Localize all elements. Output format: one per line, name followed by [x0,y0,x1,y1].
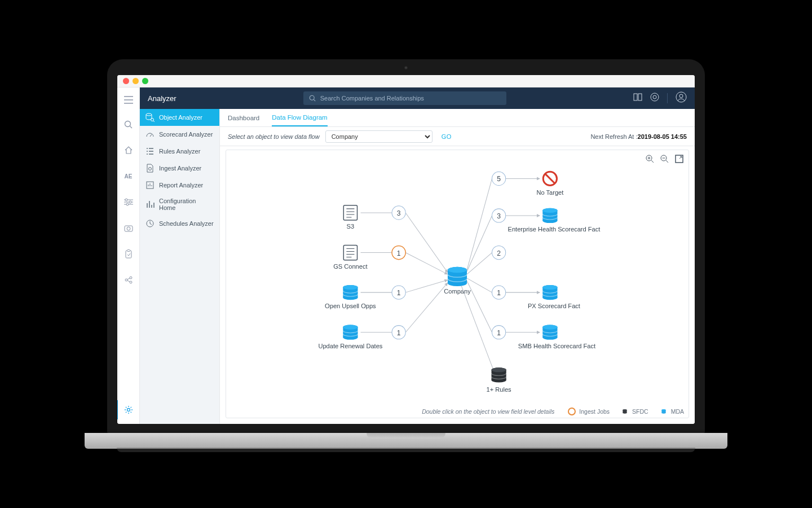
content: Dashboard Data Flow Diagram Select an ob… [220,109,695,424]
canvas[interactable]: Company [226,150,689,418]
divider [667,93,668,103]
mac-titlebar [117,75,695,87]
search-input[interactable] [320,95,501,102]
svg-point-10 [130,277,132,279]
svg-line-29 [651,160,654,163]
node-s3[interactable]: S3 [343,205,357,230]
side-item-rules-analyzer[interactable]: Rules Analyzer [140,143,219,160]
svg-point-11 [130,281,132,283]
zoom-in-icon[interactable] [645,154,655,164]
settings-icon[interactable] [117,400,139,419]
ring-icon [568,408,576,415]
side-panel: Object Analyzer Scorecard Analyzer Rules… [140,109,220,424]
node-rules[interactable]: 1+ Rules [487,367,511,392]
clipboard-icon[interactable] [117,244,140,264]
svg-rect-8 [127,250,130,252]
svg-text:Update Renewal Dates: Update Renewal Dates [318,343,382,349]
legend: Ingest Jobs SFDC MDA [568,408,684,415]
svg-text:1: 1 [497,289,501,297]
expand-icon[interactable] [674,154,684,164]
share-icon[interactable] [117,270,140,290]
main-column: Analyzer [140,87,695,424]
sliders-icon[interactable] [117,192,140,212]
avatar-icon[interactable] [676,91,687,105]
svg-point-9 [125,279,127,281]
side-item-report-analyzer[interactable]: Report Analyzer [140,177,219,194]
side-item-object-analyzer[interactable]: Object Analyzer [140,109,219,126]
help-icon[interactable] [650,93,659,104]
minimize-window-icon[interactable] [133,78,139,84]
svg-text:1: 1 [397,289,401,297]
svg-point-3 [129,201,131,203]
svg-text:3: 3 [397,209,401,217]
svg-point-12 [127,409,130,411]
svg-point-20 [679,94,683,98]
close-window-icon[interactable] [123,78,129,84]
book-icon[interactable] [633,93,642,104]
svg-line-63 [467,281,492,332]
node-px-scorecard[interactable]: PX Scorecard Fact [528,285,580,309]
tab-dashboard[interactable]: Dashboard [228,109,259,126]
search-box[interactable] [303,91,506,105]
badge: 3 [492,209,506,222]
filter-label: Select an object to view data flow [228,133,320,140]
svg-text:No Target: No Target [536,189,563,196]
clock-icon [145,219,155,228]
database-blue-icon [660,408,668,415]
side-item-schedules-analyzer[interactable]: Schedules Analyzer [140,215,219,232]
page-title: Analyzer [148,94,176,103]
gauge-icon [145,130,155,139]
tab-dataflow[interactable]: Data Flow Diagram [272,109,327,126]
screen: AE [117,75,695,424]
svg-line-23 [153,121,155,122]
svg-point-19 [676,92,686,102]
node-update-renewal[interactable]: Update Renewal Dates [318,325,382,349]
maximize-window-icon[interactable] [142,78,148,84]
object-select[interactable]: Company [325,130,433,143]
node-open-upsell[interactable]: Open Upsell Opps [325,285,376,309]
legend-ingest: Ingest Jobs [568,408,610,415]
svg-text:1: 1 [497,329,501,337]
svg-point-18 [653,95,656,99]
list-icon [145,147,155,156]
home-icon[interactable] [117,141,140,160]
zoom-out-icon[interactable] [659,154,669,164]
svg-point-22 [151,119,154,121]
svg-line-31 [666,160,668,163]
side-item-scorecard-analyzer[interactable]: Scorecard Analyzer [140,126,219,143]
node-gs-connect[interactable]: GS Connect [333,245,367,269]
badge: 1 [392,326,405,339]
ae-icon[interactable]: AE [117,167,140,186]
node-enterprise-health[interactable]: Enterprise Health Scorecard Fact [508,208,601,233]
database-search-icon [145,113,155,122]
go-button[interactable]: GO [438,133,455,140]
svg-rect-16 [638,94,642,100]
svg-text:5: 5 [497,175,501,183]
svg-point-4 [126,203,129,205]
badge: 1 [492,286,506,299]
canvas-hint: Double click on the object to view field… [422,408,554,415]
side-item-ingest-analyzer[interactable]: Ingest Analyzer [140,160,219,177]
search-icon[interactable] [117,115,140,134]
side-label: Schedules Analyzer [159,220,214,227]
svg-point-25 [149,168,152,170]
badge: 1 [392,246,405,259]
legend-mda: MDA [660,408,684,415]
badge: 3 [392,206,405,220]
canvas-footer: Double click on the object to view field… [226,408,684,415]
filter-row: Select an object to view data flow Compa… [220,127,695,146]
svg-line-14 [314,99,315,101]
node-no-target[interactable]: No Target [536,172,563,195]
svg-text:GS Connect: GS Connect [333,263,367,270]
camera-nav-icon[interactable] [117,218,140,238]
badge: 1 [392,286,405,299]
menu-icon[interactable] [117,92,140,108]
topbar-actions [633,91,687,105]
badge: 2 [492,246,506,259]
screen-bezel: AE [107,59,705,433]
svg-text:Enterprise Health Scorecard Fa: Enterprise Health Scorecard Fact [508,226,601,233]
svg-text:SMB Health Scorecard Fact: SMB Health Scorecard Fact [518,343,595,349]
node-smb-health[interactable]: SMB Health Scorecard Fact [518,325,595,349]
side-item-configuration-home[interactable]: Configuration Home [140,194,219,215]
svg-point-21 [146,113,152,116]
